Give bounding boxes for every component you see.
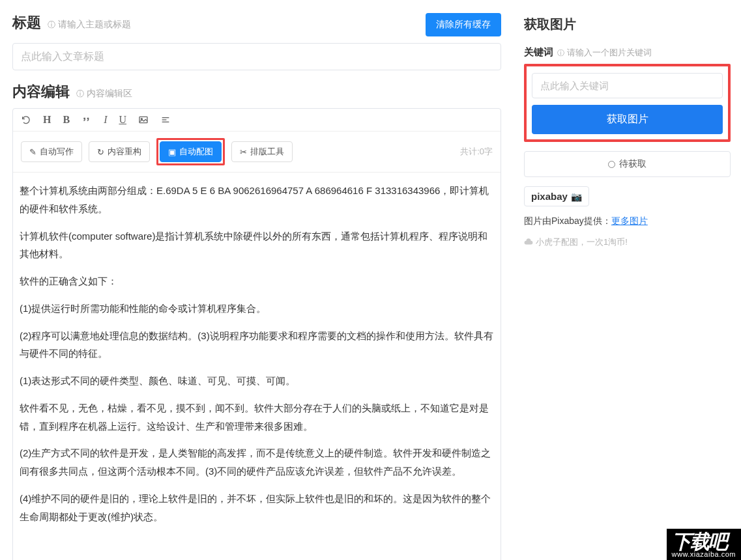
refresh-icon: ↻ xyxy=(97,147,104,157)
sidebar-title: 获取图片 xyxy=(524,16,731,33)
provider-line: 图片由Pixabay提供：更多图片 xyxy=(524,216,731,227)
paragraph: 计算机软件(computer software)是指计算机系统中除硬件以外的所有… xyxy=(20,227,494,264)
main-panel: 标题 请输入主题或标题 清除所有缓存 内容编辑 内容编辑区 H B I U xyxy=(0,0,514,560)
heading-icon[interactable]: H xyxy=(43,114,51,126)
auto-write-button[interactable]: ✎自动写作 xyxy=(21,141,82,162)
underline-icon[interactable]: U xyxy=(119,114,126,126)
article-title-input[interactable] xyxy=(12,43,501,70)
keyword-hint: 请输入一个图片关键词 xyxy=(557,47,652,59)
layout-tool-button[interactable]: ✂排版工具 xyxy=(231,141,293,162)
tool-icon: ✂ xyxy=(240,147,247,157)
highlight-auto-image: ▣自动配图 xyxy=(156,138,225,165)
paragraph: 整个计算机系统由两部分组成：E.69DA 5 E 6 BA 9062616964… xyxy=(20,182,494,218)
watermark: 下载吧 www.xiazaiba.com xyxy=(667,529,741,560)
more-images-link[interactable]: 更多图片 xyxy=(611,216,648,226)
title-header: 标题 请输入主题或标题 清除所有缓存 xyxy=(12,13,501,36)
clear-cache-button[interactable]: 清除所有缓存 xyxy=(426,13,501,36)
quote-icon[interactable] xyxy=(81,115,92,125)
title-hint: 请输入主题或标题 xyxy=(48,19,131,29)
camera-icon: 📷 xyxy=(571,191,582,202)
editor-hint: 内容编辑区 xyxy=(76,88,132,98)
undo-icon[interactable] xyxy=(21,115,31,125)
restructure-button[interactable]: ↻内容重构 xyxy=(89,141,150,162)
circle-icon xyxy=(608,161,615,168)
paragraph: (4)维护不同的硬件是旧的，理论上软件是旧的，并不坏，但实际上软件也是旧的和坏的… xyxy=(20,490,494,526)
pending-button[interactable]: 待获取 xyxy=(524,151,731,177)
editor: H B I U ✎自动写作 ↻内容重构 ▣自动配图 ✂排版工具 共计:0字 整个… xyxy=(12,108,501,560)
keyword-label-row: 关键词 请输入一个图片关键词 xyxy=(524,46,731,59)
bold-icon[interactable]: B xyxy=(63,114,70,126)
sidebar: 获取图片 关键词 请输入一个图片关键词 获取图片 待获取 pixabay📷 图片… xyxy=(514,0,741,560)
editor-label: 内容编辑 xyxy=(12,83,70,100)
format-toolbar: H B I U xyxy=(13,109,501,132)
highlight-keyword-box: 获取图片 xyxy=(524,64,731,142)
paragraph: 软件看不见，无色，枯燥，看不见，摸不到，闻不到。软件大部分存在于人们的头脑或纸上… xyxy=(20,399,494,436)
auto-image-button[interactable]: ▣自动配图 xyxy=(160,141,222,162)
cloud-icon xyxy=(524,238,533,247)
title-label: 标题 xyxy=(12,14,41,31)
pixabay-badge: pixabay📷 xyxy=(524,186,589,206)
paragraph: 软件的正确含义如下： xyxy=(20,272,494,290)
keyword-label: 关键词 xyxy=(524,46,553,59)
word-count: 共计:0字 xyxy=(460,146,493,158)
editor-body[interactable]: 整个计算机系统由两部分组成：E.69DA 5 E 6 BA 9062616964… xyxy=(13,173,501,560)
paragraph: (2)生产方式不同的软件是开发，是人类智能的高发挥，而不是传统意义上的硬件制造。… xyxy=(20,444,494,481)
action-toolbar: ✎自动写作 ↻内容重构 ▣自动配图 ✂排版工具 共计:0字 xyxy=(13,132,501,173)
keyword-input[interactable] xyxy=(532,73,723,98)
pencil-icon: ✎ xyxy=(29,147,36,157)
editor-header: 内容编辑 内容编辑区 xyxy=(12,82,501,102)
paragraph: (2)程序可以满意地处理信息的数据结构。(3)说明程序功能要求和程序需要的文档的… xyxy=(20,327,494,363)
align-icon[interactable] xyxy=(160,115,171,125)
image-icon[interactable] xyxy=(138,115,149,125)
italic-icon[interactable]: I xyxy=(104,114,107,126)
paragraph: (1)表达形式不同的硬件类型、颜色、味道、可见、可摸、可闻。 xyxy=(20,372,494,390)
paragraph: (1)提供运行时所需功能和性能的命令或计算机程序集合。 xyxy=(20,300,494,318)
picture-icon: ▣ xyxy=(168,147,176,157)
coin-line: 小虎子配图，一次1淘币! xyxy=(524,236,731,248)
fetch-image-button[interactable]: 获取图片 xyxy=(532,105,723,134)
